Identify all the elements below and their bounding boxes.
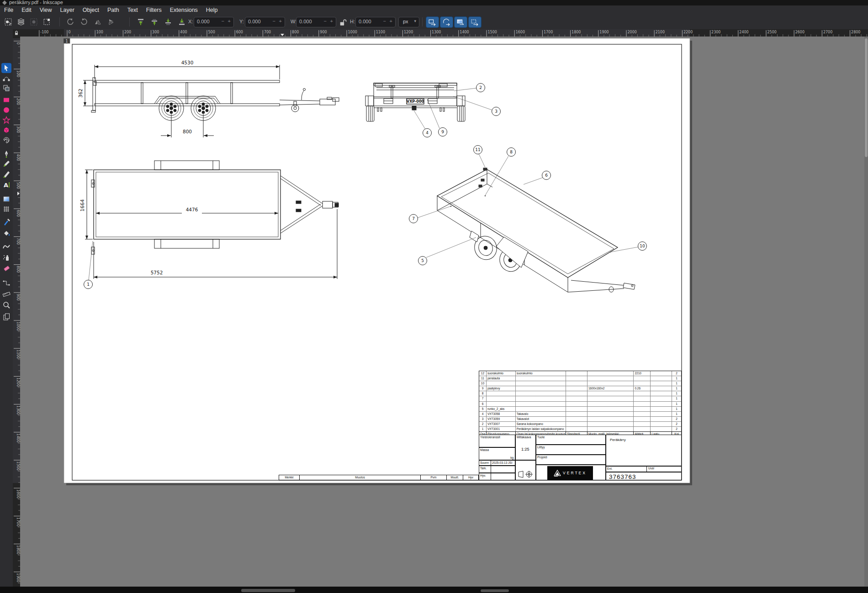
menu-edit[interactable]: Edit xyxy=(17,5,36,15)
x-spinbox[interactable]: 0.000−+ xyxy=(194,17,234,27)
menu-text[interactable]: Text xyxy=(123,5,142,15)
flip-vertical-button[interactable] xyxy=(106,16,117,27)
bom-cell xyxy=(634,427,651,431)
bom-cell xyxy=(651,396,672,401)
bom-cell: 1 xyxy=(672,402,681,406)
tool-tweak[interactable] xyxy=(1,241,11,252)
bom-cell: Sarana kokoonpano xyxy=(516,422,566,426)
rotate-cw-button[interactable] xyxy=(79,16,90,27)
tool-eraser[interactable] xyxy=(1,263,11,273)
taskbar-peek-item[interactable] xyxy=(241,589,295,592)
menu-extensions[interactable]: Extensions xyxy=(166,5,202,15)
svg-text:1400: 1400 xyxy=(460,30,469,34)
menu-view[interactable]: View xyxy=(36,5,56,15)
raise-one-step-button[interactable] xyxy=(149,16,160,27)
vertical-scrollbar-thumb[interactable] xyxy=(865,38,868,157)
tool-spiral[interactable] xyxy=(1,135,11,145)
bom-row: 101 xyxy=(479,381,681,386)
tool-node[interactable] xyxy=(1,73,11,83)
svg-text:1800: 1800 xyxy=(572,30,581,34)
lower-one-step-button[interactable] xyxy=(163,16,174,27)
taskbar-peek-item-2[interactable] xyxy=(481,589,509,592)
selector-icon xyxy=(2,64,11,72)
menu-layer[interactable]: Layer xyxy=(56,5,79,15)
menu-filters[interactable]: Filters xyxy=(142,5,166,15)
ruler-lock-corner[interactable] xyxy=(13,29,20,37)
tool-paint-bucket[interactable] xyxy=(1,228,11,238)
document-svg: 1 xyxy=(20,37,868,587)
tool-ellipse[interactable] xyxy=(1,105,11,115)
tool-shape-builder[interactable] xyxy=(1,83,11,93)
bom-cell xyxy=(487,381,516,386)
bom-cell: peralauta xyxy=(487,376,516,381)
menu-object[interactable]: Object xyxy=(79,5,103,15)
transform-patterns-button[interactable] xyxy=(468,16,482,28)
tool-text[interactable]: A xyxy=(1,180,11,190)
flip-horizontal-button[interactable] xyxy=(92,16,103,27)
tool-calligraphy[interactable] xyxy=(1,169,11,179)
raise-to-top-button[interactable] xyxy=(135,16,146,27)
select-all-layers-button[interactable] xyxy=(16,16,26,27)
y-spinbox[interactable]: 0.000−+ xyxy=(245,17,285,27)
w-spinbox[interactable]: 0.000−+ xyxy=(296,17,336,27)
bom-cell xyxy=(651,427,672,431)
horizontal-ruler[interactable]: -100010020030040050060070080090010001100… xyxy=(20,29,868,37)
svg-text:400: 400 xyxy=(16,154,20,161)
bom-cell xyxy=(566,407,587,411)
transform-corners-button[interactable] xyxy=(454,16,467,28)
tool-dropper[interactable] xyxy=(1,217,11,227)
bom-cell xyxy=(516,381,566,386)
tolerances-cell: Yleistoleranssit xyxy=(479,435,515,447)
tool-zoom[interactable] xyxy=(1,300,11,310)
vertical-ruler[interactable]: 0100200300400500600700800900100011001200… xyxy=(13,37,20,587)
project-cell: Projekti xyxy=(536,455,606,465)
lock-ratio-button[interactable] xyxy=(337,17,348,28)
tool-pencil[interactable] xyxy=(1,159,11,169)
tool-selector[interactable] xyxy=(1,63,11,73)
bom-cell xyxy=(487,402,516,406)
svg-text:600: 600 xyxy=(236,30,243,34)
tool-pages[interactable] xyxy=(1,312,11,322)
select-all-icon xyxy=(4,18,12,26)
svg-text:2000: 2000 xyxy=(628,30,637,34)
node-icon xyxy=(2,74,11,82)
svg-text:1400: 1400 xyxy=(16,433,20,442)
bom-cell xyxy=(587,396,634,401)
tool-rectangle[interactable] xyxy=(1,95,11,105)
bom-cell: 1 xyxy=(672,386,681,391)
menu-file[interactable]: File xyxy=(0,5,17,15)
gradient-icon xyxy=(2,195,11,203)
dimension-length-top: 4530 xyxy=(181,60,194,65)
svg-text:800: 800 xyxy=(16,266,20,273)
unit-selector[interactable]: px▾ xyxy=(398,17,419,27)
tool-pen[interactable] xyxy=(1,149,11,159)
bom-row: 9paatylevy1600x160x20.261 xyxy=(479,386,681,391)
move-as-group-button[interactable] xyxy=(426,16,439,28)
deselect-button[interactable] xyxy=(28,16,39,27)
bom-cell xyxy=(651,422,672,426)
transform-stroke-button[interactable] xyxy=(440,16,453,28)
tool-mesh[interactable] xyxy=(1,204,11,214)
callout-3: 3 xyxy=(492,107,501,116)
tool-box-3d[interactable] xyxy=(1,125,11,135)
menu-path[interactable]: Path xyxy=(103,5,123,15)
select-all-button[interactable] xyxy=(3,16,14,27)
select-all-layers-icon xyxy=(17,18,25,26)
approved-cell: Hyv. xyxy=(479,473,515,480)
lower-to-bottom-button[interactable] xyxy=(176,16,187,27)
spiral-icon xyxy=(2,136,11,144)
h-spinbox[interactable]: 0.000−+ xyxy=(355,17,396,27)
tool-star[interactable] xyxy=(1,115,11,125)
revision-strip: MerkkiMuutosPvmMuutt.Hyv xyxy=(279,475,479,480)
bom-cell xyxy=(566,417,587,421)
rotate-ccw-button[interactable] xyxy=(65,16,76,27)
menu-help[interactable]: Help xyxy=(202,5,222,15)
svg-text:4: 4 xyxy=(426,131,429,135)
tool-connector[interactable] xyxy=(1,278,11,288)
bom-cell xyxy=(587,427,634,431)
tool-spray[interactable] xyxy=(1,252,11,262)
drawing-canvas[interactable]: 1 xyxy=(20,37,868,587)
tool-measure[interactable] xyxy=(1,289,11,299)
tool-gradient[interactable] xyxy=(1,194,11,204)
selection-box-button[interactable] xyxy=(41,16,52,27)
